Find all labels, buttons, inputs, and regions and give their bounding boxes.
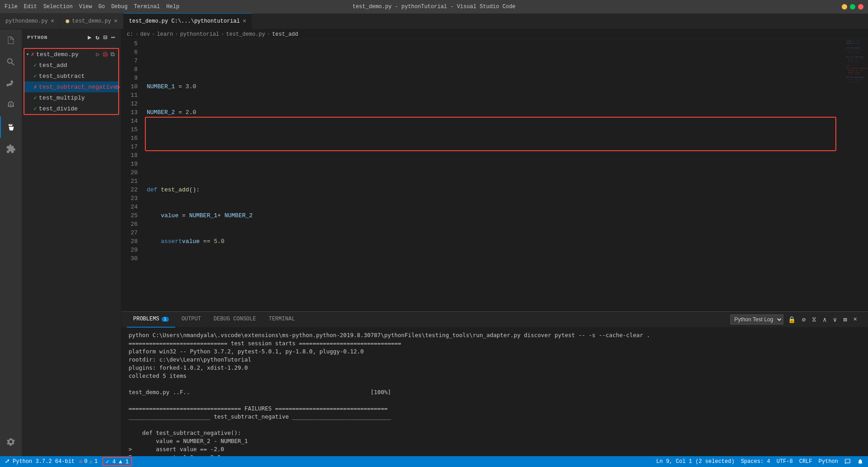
activity-test[interactable] (0, 116, 22, 138)
tab-testdemo-active[interactable]: test_demo.py C:\...\pythontutorial × (124, 13, 252, 29)
menu-terminal[interactable]: Terminal (134, 4, 160, 10)
maximize-button[interactable] (850, 4, 855, 10)
show-output-icon[interactable]: ⧉ (110, 51, 115, 58)
sidebar-header-actions[interactable]: ▶ ↻ ⊟ ⋯ (88, 33, 115, 41)
output-line: ============================= test sessi… (129, 339, 861, 348)
tab-output-label: OUTPUT (182, 316, 201, 322)
titlebar: File Edit Selection View Go Debug Termin… (0, 0, 868, 14)
tab-close-icon[interactable]: × (51, 18, 54, 25)
activity-explorer[interactable] (0, 29, 22, 51)
more-actions-icon[interactable]: ⋯ (111, 33, 115, 41)
debug-test-icon[interactable]: 🐞 (101, 51, 109, 58)
activity-search[interactable] (0, 51, 22, 73)
error-count: 0 (84, 458, 87, 465)
code-line-13 (147, 289, 842, 297)
encoding[interactable]: UTF-8 (777, 458, 793, 465)
output-line: python C:\Users\nmandyala\.vscode\extens… (129, 331, 861, 339)
git-branch[interactable]: Python 3.7.2 64-bit (5, 458, 75, 465)
maximize-panel-icon[interactable]: ⊠ (841, 315, 849, 324)
expand-chevron-icon: ▾ (26, 52, 29, 57)
output-line: platform win32 -- Python 3.7.2, pytest-5… (129, 348, 861, 356)
test-name-label: test_subtract_negative (39, 84, 117, 91)
breadcrumb-dev[interactable]: dev (140, 31, 150, 38)
window-controls[interactable] (842, 4, 863, 10)
scroll-lock-icon[interactable]: ⧖ (810, 315, 818, 324)
activity-bottom (0, 431, 22, 456)
tree-item-test-subtract-negative[interactable]: ✗ test_subtract_negative ▷ 🐞 ⧉ (24, 81, 118, 92)
menu-selection[interactable]: Selection (43, 4, 73, 10)
breadcrumb: c: › dev › learn › pythontorial › test_d… (121, 29, 868, 39)
menu-file[interactable]: File (5, 4, 18, 10)
line-ending[interactable]: CRLF (799, 458, 812, 465)
breadcrumb-c[interactable]: c: (127, 31, 133, 38)
refresh-icon[interactable]: ↻ (96, 33, 100, 41)
tab-pythondemo[interactable]: pythondemo.py × (0, 13, 60, 29)
output-channel-select[interactable]: Python Test Log (730, 315, 783, 324)
menu-view[interactable]: View (79, 4, 92, 10)
test-name-label: test_add (39, 62, 67, 69)
feedback-icon[interactable] (844, 458, 851, 465)
titlebar-menu[interactable]: File Edit Selection View Go Debug Termin… (5, 4, 179, 10)
breadcrumb-pythontutorial[interactable]: pythontorial (180, 31, 219, 38)
output-line: E assert -1.0 == -2.0 (129, 453, 861, 456)
menu-help[interactable]: Help (166, 4, 179, 10)
panel-content[interactable]: python C:\Users\nmandyala\.vscode\extens… (121, 328, 868, 456)
run-test-icon[interactable]: ▷ (116, 83, 120, 91)
output-line: value = NUMBER_2 - NUMBER_1 (129, 437, 861, 445)
output-line: collected 5 items (129, 372, 861, 380)
breadcrumb-learn[interactable]: learn (157, 31, 173, 38)
tab-close-icon[interactable]: × (114, 18, 117, 25)
indentation[interactable]: Spaces: 4 (741, 458, 770, 465)
tab-debug-console[interactable]: DEBUG CONSOLE (207, 312, 263, 328)
cursor-position[interactable]: Ln 9, Col 1 (2 selected) (656, 458, 734, 465)
main-layout: PYTHON ▶ ↻ ⊟ ⋯ ▾ ✗ test_demo.py ▷ 🐞 ⧉ (0, 29, 868, 456)
notifications-icon[interactable] (857, 458, 863, 465)
test-file-label: test_demo.py (36, 51, 79, 58)
close-panel-icon[interactable]: × (852, 315, 859, 324)
statusbar-right: Ln 9, Col 1 (2 selected) Spaces: 4 UTF-8… (656, 458, 863, 465)
spaces: Spaces: 4 (741, 458, 770, 465)
minimize-button[interactable] (842, 4, 847, 10)
run-test-icon[interactable]: ▷ (96, 51, 100, 58)
menu-edit[interactable]: Edit (24, 4, 37, 10)
scroll-up-icon[interactable]: ∧ (821, 315, 828, 324)
activity-debug[interactable] (0, 95, 22, 116)
lock-output-icon[interactable]: 🔒 (786, 315, 797, 324)
tab-close-icon[interactable]: × (243, 18, 246, 25)
close-button[interactable] (858, 4, 863, 10)
tab-problems[interactable]: PROBLEMS 1 (127, 312, 175, 328)
tab-testdemo-modified[interactable]: test_demo.py × (60, 13, 124, 29)
menu-go[interactable]: Go (98, 4, 105, 10)
code-content[interactable]: NUMBER_1 = 3.0 NUMBER_2 = 2.0 def test_a… (143, 39, 845, 311)
panel: PROBLEMS 1 OUTPUT DEBUG CONSOLE TERMINAL (121, 311, 868, 456)
status-errors[interactable]: ⊘ 0 ⚠ 1 (79, 458, 98, 465)
tab-output[interactable]: OUTPUT (175, 312, 207, 328)
test-status-box[interactable]: ✓ 4 ▲ 1 (102, 457, 132, 466)
language-mode[interactable]: Python (819, 458, 838, 465)
output-line (129, 380, 861, 388)
sidebar-body: ▾ ✗ test_demo.py ▷ 🐞 ⧉ ✓ test_add ✓ (22, 45, 121, 456)
output-line (129, 396, 861, 405)
test-name-label: test_multiply (39, 95, 85, 101)
tree-item-testdemo[interactable]: ▾ ✗ test_demo.py ▷ 🐞 ⧉ (24, 49, 118, 60)
minimap: NUMBER_1 = 3.0 NUMBER_2 = 2.0 def test_a… (845, 39, 868, 311)
tree-item-test-multiply[interactable]: ✓ test_multiply (24, 92, 118, 103)
code-editor[interactable]: 5 6 7 8 9 10 11 12 13 14 15 16 17 18 19 … (121, 39, 868, 311)
run-all-icon[interactable]: ▶ (88, 33, 92, 41)
activity-extensions[interactable] (0, 138, 22, 160)
breadcrumb-symbol[interactable]: test_add (272, 31, 298, 38)
tab-terminal[interactable]: TERMINAL (262, 312, 301, 328)
tree-item-test-divide[interactable]: ✓ test_divide (24, 103, 118, 114)
collapse-all-icon[interactable]: ⊟ (103, 33, 107, 41)
activity-gear[interactable] (0, 431, 22, 453)
tab-label: pythondemo.py (5, 18, 48, 24)
warning-icon: ⚠ (89, 458, 92, 465)
activity-source-control[interactable] (0, 73, 22, 95)
menu-debug[interactable]: Debug (111, 4, 128, 10)
scroll-down-icon[interactable]: ∨ (831, 315, 839, 324)
language-label: Python (819, 458, 838, 465)
tree-item-test-subtract[interactable]: ✓ test_subtract (24, 71, 118, 81)
tree-item-test-add[interactable]: ✓ test_add (24, 60, 118, 71)
breadcrumb-file[interactable]: test_demo.py (226, 31, 265, 38)
clear-output-icon[interactable]: ⊘ (800, 315, 807, 324)
